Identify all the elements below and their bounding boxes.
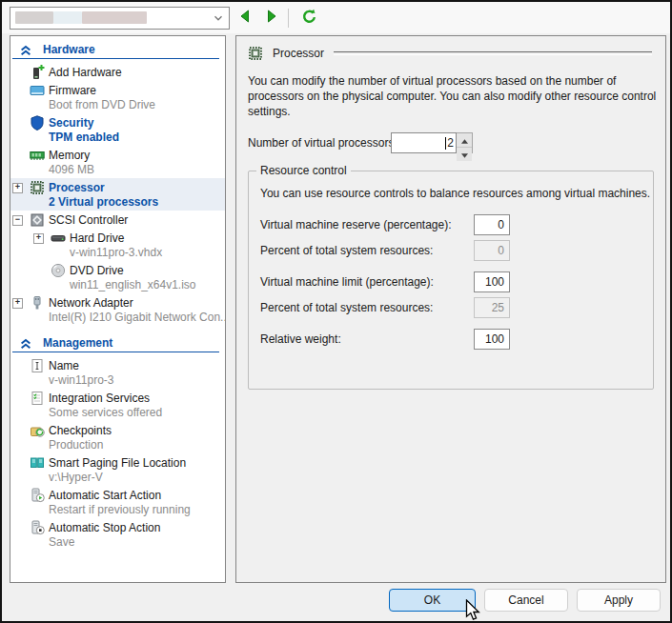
- page-title: Processor: [273, 47, 324, 60]
- sidebar-item-label: Automatic Start Action: [49, 489, 161, 502]
- panel-header: Processor: [248, 45, 654, 62]
- name-icon: [30, 358, 45, 373]
- section-label: Management: [43, 336, 112, 350]
- resource-description: You can use resource controls to balance…: [260, 187, 641, 200]
- ok-button[interactable]: OK: [389, 589, 476, 612]
- sidebar-item-checkpoints[interactable]: CheckpointsProduction: [10, 421, 225, 453]
- resource-input-1: 0: [474, 240, 510, 261]
- section-label: Hardware: [43, 43, 95, 56]
- integration-services-icon: [30, 391, 45, 406]
- nav-forward-button[interactable]: [260, 6, 283, 30]
- resource-row: Relative weight:100: [260, 329, 641, 350]
- sidebar-item-label: DVD Drive: [70, 264, 124, 277]
- sidebar-item-sub: v-win11pro-3.vhdx: [70, 246, 225, 260]
- sidebar-item-scsi-controller[interactable]: −SCSI Controller: [10, 211, 225, 229]
- firmware-icon: [30, 83, 45, 98]
- vm-selector-dropdown[interactable]: [10, 7, 230, 30]
- vcpu-spinner: 2: [391, 132, 473, 153]
- spin-down-icon: [461, 148, 468, 161]
- resource-label: Percent of total system resources:: [260, 301, 474, 314]
- expander-plus-icon[interactable]: +: [12, 298, 23, 309]
- section-header-hardware[interactable]: Hardware: [12, 41, 219, 59]
- section-header-management[interactable]: Management: [12, 334, 219, 352]
- sidebar-item-integration-services[interactable]: Integration ServicesSome services offere…: [10, 389, 225, 421]
- sidebar-item-sub: Restart if previously running: [49, 503, 225, 517]
- vcpu-value: 2: [447, 136, 454, 150]
- sidebar-item-label: Integration Services: [49, 392, 150, 405]
- sidebar-item-sub: Intel(R) I210 Gigabit Network Con...: [49, 311, 225, 325]
- security-icon: [30, 115, 45, 131]
- sidebar-item-sub: Production: [49, 438, 225, 452]
- sidebar-item-security[interactable]: SecurityTPM enabled: [10, 113, 225, 146]
- sidebar-item-sub: Save: [49, 535, 225, 550]
- sidebar-item-label: Name: [49, 359, 79, 372]
- sidebar-item-label: Checkpoints: [49, 424, 112, 437]
- sidebar-item-label: Memory: [49, 149, 90, 162]
- resource-rows: Virtual machine reserve (percentage):0Pe…: [260, 214, 641, 350]
- expander-plus-icon[interactable]: +: [33, 233, 44, 244]
- spin-down-button[interactable]: [457, 148, 472, 161]
- sidebar-item-smart-paging-file-location[interactable]: Smart Paging File Locationv:\Hyper-V: [10, 453, 225, 486]
- vcpu-row: Number of virtual processors: 2: [248, 132, 654, 153]
- sidebar-item-label: Automatic Stop Action: [49, 521, 160, 534]
- sidebar-item-processor[interactable]: +Processor2 Virtual processors: [10, 178, 225, 211]
- groupbox-legend: Resource control: [256, 164, 351, 177]
- resource-input-3: 25: [474, 297, 510, 318]
- collapse-chevron-icon: [18, 335, 33, 351]
- vm-select-redacted-text: [15, 11, 53, 24]
- resource-row: Virtual machine reserve (percentage):0: [260, 214, 641, 235]
- vcpu-label: Number of virtual processors:: [248, 136, 391, 150]
- expander-plus-icon[interactable]: +: [12, 183, 23, 193]
- sidebar-item-sub: v:\Hyper-V: [49, 471, 225, 485]
- toolbar: [2, 2, 670, 33]
- sidebar-item-network-adapter[interactable]: +Network AdapterIntel(R) I210 Gigabit Ne…: [10, 293, 225, 326]
- sidebar-item-memory[interactable]: Memory4096 MB: [10, 146, 225, 178]
- sidebar-item-firmware[interactable]: FirmwareBoot from DVD Drive: [10, 81, 225, 113]
- sidebar-item-sub: 4096 MB: [49, 163, 225, 177]
- vcpu-spin-buttons: [457, 132, 473, 153]
- sidebar-item-add-hardware[interactable]: Add Hardware: [10, 63, 225, 81]
- auto-start-icon: [30, 488, 45, 503]
- nav-back-button[interactable]: [234, 6, 256, 30]
- resource-input-0[interactable]: 0: [474, 214, 510, 235]
- header-rule: [334, 51, 652, 55]
- processor-icon: [248, 46, 263, 61]
- sidebar-item-label: Security: [49, 116, 93, 130]
- expander-minus-icon[interactable]: −: [12, 215, 23, 226]
- mouse-cursor: [465, 599, 482, 623]
- resource-input-4[interactable]: 100: [474, 329, 510, 350]
- nav-forward-icon: [264, 9, 279, 27]
- add-hardware-icon: [30, 65, 45, 80]
- scsi-controller-icon: [30, 212, 45, 228]
- sidebar[interactable]: HardwareAdd HardwareFirmwareBoot from DV…: [10, 35, 226, 583]
- sidebar-item-label: SCSI Controller: [49, 213, 128, 227]
- cancel-button[interactable]: Cancel: [484, 589, 568, 612]
- spin-up-icon: [461, 133, 468, 147]
- sidebar-item-automatic-start-action[interactable]: Automatic Start ActionRestart if previou…: [10, 486, 225, 518]
- vm-select-redacted-text: [82, 11, 147, 24]
- resource-row: Virtual machine limit (percentage):100: [260, 271, 641, 292]
- apply-button[interactable]: Apply: [577, 589, 661, 612]
- vcpu-input[interactable]: 2: [391, 132, 457, 153]
- refresh-button[interactable]: [297, 6, 320, 30]
- sidebar-item-label: Add Hardware: [49, 66, 122, 79]
- sidebar-item-hard-drive[interactable]: +Hard Drivev-win11pro-3.vhdx: [10, 229, 225, 261]
- processor-settings-panel: Processor You can modify the number of v…: [235, 35, 666, 583]
- sidebar-item-sub: Some services offered: [49, 406, 225, 420]
- sidebar-item-label: Processor: [49, 181, 105, 194]
- sidebar-item-dvd-drive[interactable]: DVD Drivewin11_english_x64v1.iso: [10, 261, 225, 293]
- text-caret: [445, 137, 446, 150]
- dvd-drive-icon: [51, 263, 66, 278]
- vm-select-redacted-text: [53, 11, 82, 24]
- toolbar-separator: [288, 9, 289, 28]
- checkpoints-icon: [30, 423, 45, 438]
- resource-label: Relative weight:: [260, 332, 474, 346]
- sidebar-item-automatic-stop-action[interactable]: Automatic Stop ActionSave: [10, 518, 225, 551]
- smart-paging-icon: [30, 455, 45, 471]
- memory-icon: [30, 148, 45, 163]
- spin-up-button[interactable]: [457, 133, 472, 148]
- resource-input-2[interactable]: 100: [474, 271, 510, 292]
- resource-row: Percent of total system resources:25: [260, 297, 641, 318]
- resource-label: Percent of total system resources:: [260, 244, 474, 257]
- sidebar-item-name[interactable]: Namev-win11pro-3: [10, 356, 225, 389]
